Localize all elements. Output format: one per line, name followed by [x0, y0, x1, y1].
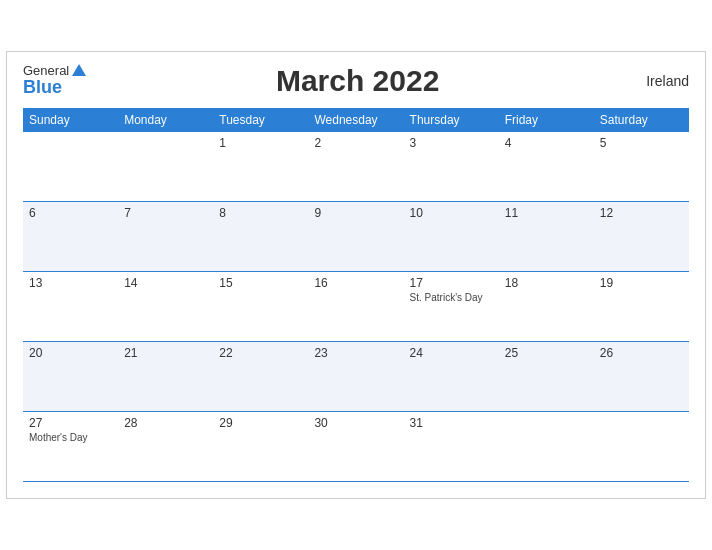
- calendar-cell: 18: [499, 272, 594, 342]
- calendar-cell: 25: [499, 342, 594, 412]
- weekday-header-monday: Monday: [118, 108, 213, 132]
- day-number: 23: [314, 346, 397, 360]
- day-number: 3: [410, 136, 493, 150]
- day-number: 4: [505, 136, 588, 150]
- day-number: 20: [29, 346, 112, 360]
- calendar-cell: 13: [23, 272, 118, 342]
- day-number: 29: [219, 416, 302, 430]
- week-row-5: 27Mother's Day28293031: [23, 412, 689, 482]
- week-row-2: 6789101112: [23, 202, 689, 272]
- calendar-thead: SundayMondayTuesdayWednesdayThursdayFrid…: [23, 108, 689, 132]
- calendar-cell: 21: [118, 342, 213, 412]
- day-number: 31: [410, 416, 493, 430]
- day-number: 14: [124, 276, 207, 290]
- calendar-cell: 22: [213, 342, 308, 412]
- day-number: 12: [600, 206, 683, 220]
- country-label: Ireland: [629, 73, 689, 89]
- day-number: 13: [29, 276, 112, 290]
- day-number: 21: [124, 346, 207, 360]
- calendar-grid: SundayMondayTuesdayWednesdayThursdayFrid…: [23, 108, 689, 483]
- calendar-cell: [594, 412, 689, 482]
- day-number: 6: [29, 206, 112, 220]
- calendar-cell: 29: [213, 412, 308, 482]
- calendar-cell: 26: [594, 342, 689, 412]
- calendar-cell: 17St. Patrick's Day: [404, 272, 499, 342]
- calendar-cell: 9: [308, 202, 403, 272]
- calendar-tbody: 1234567891011121314151617St. Patrick's D…: [23, 132, 689, 482]
- weekday-header-sunday: Sunday: [23, 108, 118, 132]
- calendar-cell: [118, 132, 213, 202]
- calendar-cell: 28: [118, 412, 213, 482]
- calendar-cell: 30: [308, 412, 403, 482]
- logo-triangle-icon: [72, 64, 86, 76]
- week-row-3: 1314151617St. Patrick's Day1819: [23, 272, 689, 342]
- day-number: 8: [219, 206, 302, 220]
- day-number: 15: [219, 276, 302, 290]
- calendar-cell: 14: [118, 272, 213, 342]
- event-label: Mother's Day: [29, 432, 112, 443]
- day-number: 1: [219, 136, 302, 150]
- calendar-cell: 8: [213, 202, 308, 272]
- calendar-cell: 4: [499, 132, 594, 202]
- calendar-cell: [499, 412, 594, 482]
- day-number: 28: [124, 416, 207, 430]
- calendar-cell: 12: [594, 202, 689, 272]
- week-row-4: 20212223242526: [23, 342, 689, 412]
- day-number: 27: [29, 416, 112, 430]
- day-number: 17: [410, 276, 493, 290]
- calendar-cell: 7: [118, 202, 213, 272]
- calendar-cell: 3: [404, 132, 499, 202]
- day-number: 9: [314, 206, 397, 220]
- calendar-cell: 16: [308, 272, 403, 342]
- weekday-header-thursday: Thursday: [404, 108, 499, 132]
- weekday-header-friday: Friday: [499, 108, 594, 132]
- calendar-header: General Blue March 2022 Ireland: [23, 64, 689, 98]
- day-number: 24: [410, 346, 493, 360]
- calendar-cell: [23, 132, 118, 202]
- calendar-container: General Blue March 2022 Ireland SundayMo…: [6, 51, 706, 500]
- day-number: 11: [505, 206, 588, 220]
- logo-general-text: General: [23, 64, 69, 78]
- day-number: 5: [600, 136, 683, 150]
- day-number: 2: [314, 136, 397, 150]
- calendar-cell: 5: [594, 132, 689, 202]
- calendar-cell: 20: [23, 342, 118, 412]
- calendar-cell: 24: [404, 342, 499, 412]
- calendar-cell: 1: [213, 132, 308, 202]
- weekday-header-tuesday: Tuesday: [213, 108, 308, 132]
- week-row-1: 12345: [23, 132, 689, 202]
- weekday-header-wednesday: Wednesday: [308, 108, 403, 132]
- calendar-cell: 15: [213, 272, 308, 342]
- day-number: 22: [219, 346, 302, 360]
- calendar-cell: 2: [308, 132, 403, 202]
- event-label: St. Patrick's Day: [410, 292, 493, 303]
- day-number: 10: [410, 206, 493, 220]
- calendar-cell: 31: [404, 412, 499, 482]
- logo: General Blue: [23, 64, 86, 98]
- weekday-header-row: SundayMondayTuesdayWednesdayThursdayFrid…: [23, 108, 689, 132]
- day-number: 7: [124, 206, 207, 220]
- day-number: 16: [314, 276, 397, 290]
- weekday-header-saturday: Saturday: [594, 108, 689, 132]
- logo-blue-text: Blue: [23, 78, 86, 98]
- day-number: 30: [314, 416, 397, 430]
- calendar-title: March 2022: [86, 64, 629, 98]
- calendar-cell: 19: [594, 272, 689, 342]
- day-number: 26: [600, 346, 683, 360]
- day-number: 18: [505, 276, 588, 290]
- day-number: 19: [600, 276, 683, 290]
- calendar-cell: 11: [499, 202, 594, 272]
- calendar-cell: 6: [23, 202, 118, 272]
- calendar-cell: 27Mother's Day: [23, 412, 118, 482]
- day-number: 25: [505, 346, 588, 360]
- calendar-cell: 23: [308, 342, 403, 412]
- calendar-cell: 10: [404, 202, 499, 272]
